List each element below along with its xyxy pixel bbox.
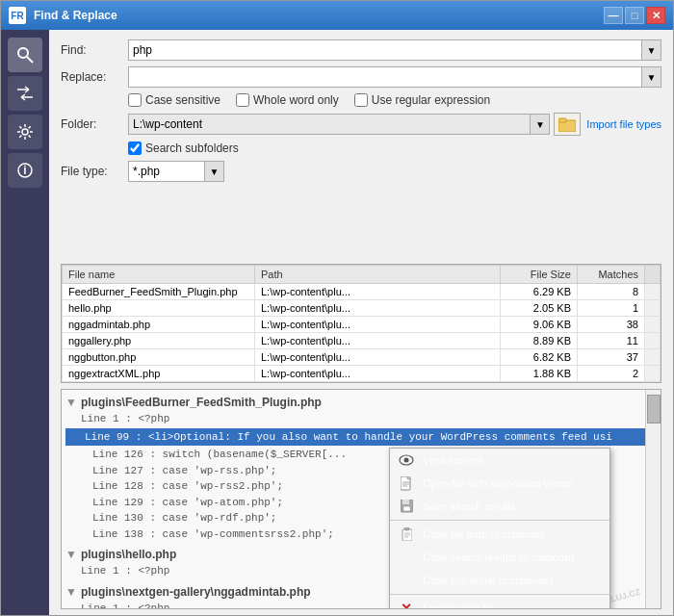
cell-path: L:\wp-content\plu... <box>255 366 501 382</box>
cell-size: 6.29 KB <box>501 284 578 300</box>
case-sensitive-item: Case sensitive <box>128 93 220 107</box>
cell-size: 2.05 KB <box>501 300 578 317</box>
table-row[interactable]: nggadmintab.php L:\wp-content\plu... 9.0… <box>63 317 661 333</box>
cell-scroll <box>645 333 661 349</box>
find-dropdown-arrow[interactable]: ▼ <box>642 39 661 61</box>
window-title: Find & Replace <box>34 9 604 22</box>
folder-row: Folder: ▼ Import file types <box>61 113 661 136</box>
cell-matches: 1 <box>578 300 645 317</box>
replace-row: Replace: ▼ <box>61 66 661 88</box>
find-label: Find: <box>61 43 128 57</box>
context-menu-item[interactable]: Save search results <box>390 495 609 518</box>
subfolders-label: Search subfolders <box>145 141 239 155</box>
context-menu-separator <box>390 594 609 595</box>
cell-matches: 38 <box>578 317 645 333</box>
table-row[interactable]: nggbutton.php L:\wp-content\plu... 6.82 … <box>63 349 661 366</box>
svg-line-1 <box>27 57 33 63</box>
context-menu-item[interactable]: Copy search results to clipboard <box>390 546 609 569</box>
window-controls: — □ ✕ <box>604 7 665 24</box>
cell-scroll <box>645 349 661 366</box>
minimize-button[interactable]: — <box>604 7 623 24</box>
replace-dropdown-arrow[interactable]: ▼ <box>642 66 661 88</box>
context-menu-label: Copy this result to clipboard <box>423 575 554 586</box>
folder-label: Folder: <box>61 117 128 131</box>
col-header-path: Path <box>255 266 501 284</box>
whole-word-label: Whole word only <box>253 93 339 107</box>
cell-name: nggextractXML.php <box>63 366 255 382</box>
filetype-row: File type: ▼ <box>61 161 661 182</box>
scrollbar-y[interactable] <box>645 390 661 608</box>
cell-scroll <box>645 317 661 333</box>
options-row: Case sensitive Whole word only Use regul… <box>61 93 661 107</box>
table-row[interactable]: nggextractXML.php L:\wp-content\plu... 1… <box>63 366 661 382</box>
cell-scroll <box>645 366 661 382</box>
cell-name: nggadmintab.php <box>63 317 255 333</box>
cell-path: L:\wp-content\plu... <box>255 349 501 366</box>
find-replace-window: FR Find & Replace — □ ✕ i <box>0 0 674 616</box>
code-line[interactable]: Line 1 : <?php <box>65 411 657 427</box>
context-menu-label: View context <box>423 454 482 466</box>
filetype-dropdown-arrow[interactable]: ▼ <box>205 161 224 182</box>
title-bar: FR Find & Replace — □ ✕ <box>1 1 673 30</box>
import-link[interactable]: Import file types <box>586 118 661 130</box>
use-regex-checkbox[interactable] <box>354 93 368 107</box>
cell-matches: 37 <box>578 349 645 366</box>
replace-dropdown: ▼ <box>128 66 661 88</box>
svg-rect-15 <box>403 506 410 511</box>
context-menu-item[interactable]: Open file with associated viewer <box>390 472 609 495</box>
close-button[interactable]: ✕ <box>646 7 665 24</box>
replace-label: Replace: <box>61 70 128 84</box>
cell-matches: 11 <box>578 333 645 349</box>
case-sensitive-checkbox[interactable] <box>128 93 142 107</box>
find-input[interactable] <box>128 39 642 61</box>
table-row[interactable]: FeedBurner_FeedSmith_Plugin.php L:\wp-co… <box>63 284 661 300</box>
whole-word-checkbox[interactable] <box>236 93 249 107</box>
folder-dropdown: ▼ <box>128 114 550 135</box>
table-row[interactable]: nggallery.php L:\wp-content\plu... 8.89 … <box>63 333 661 349</box>
sidebar-settings-button[interactable] <box>8 115 42 149</box>
cell-name: FeedBurner_FeedSmith_Plugin.php <box>63 284 255 300</box>
sidebar-info-button[interactable]: i <box>8 153 42 188</box>
cell-name: nggbutton.php <box>63 349 255 366</box>
results-tbody: FeedBurner_FeedSmith_Plugin.php L:\wp-co… <box>63 284 661 382</box>
replace-input[interactable] <box>128 66 642 88</box>
subfolder-item: Search subfolders <box>128 141 239 155</box>
subfolder-row: Search subfolders <box>61 141 661 155</box>
folder-dropdown-arrow[interactable]: ▼ <box>531 114 550 135</box>
filetype-input[interactable] <box>128 161 205 182</box>
cell-scroll <box>645 300 661 317</box>
context-menu-item[interactable]: View context <box>390 449 609 472</box>
context-menu-label: Save search results <box>423 500 516 512</box>
col-header-name: File name <box>63 266 255 284</box>
svg-rect-6 <box>558 118 566 122</box>
case-sensitive-label: Case sensitive <box>145 93 220 107</box>
context-menu-label: Copy search results to clipboard <box>423 552 574 563</box>
svg-rect-14 <box>402 500 409 504</box>
cell-path: L:\wp-content\plu... <box>255 284 501 300</box>
cell-path: L:\wp-content\plu... <box>255 300 501 317</box>
cell-path: L:\wp-content\plu... <box>255 317 501 333</box>
table-row[interactable]: hello.php L:\wp-content\plu... 2.05 KB 1 <box>63 300 661 317</box>
save-icon <box>398 499 415 514</box>
maximize-button[interactable]: □ <box>625 7 644 24</box>
cell-name: hello.php <box>63 300 255 317</box>
context-menu-item[interactable]: Copy this result to clipboard <box>390 569 609 592</box>
cell-scroll <box>645 284 661 300</box>
sidebar-search-button[interactable] <box>8 38 42 72</box>
scrollbar-thumb[interactable] <box>647 395 661 424</box>
svg-point-0 <box>18 48 28 58</box>
results-table-container: File name Path File Size Matches FeedBur… <box>61 264 661 383</box>
context-menu-label: Copy file path to clipboard <box>423 528 545 540</box>
sidebar-replace-button[interactable] <box>8 76 42 111</box>
folder-browse-button[interactable] <box>554 113 581 136</box>
clipboard-icon <box>398 526 415 542</box>
context-menu-item[interactable]: ✕Exclude this file <box>390 597 609 609</box>
context-menu-item[interactable]: Copy file path to clipboard <box>390 523 609 546</box>
context-menu-separator <box>390 520 609 521</box>
folder-input[interactable] <box>128 114 531 135</box>
subfolders-checkbox[interactable] <box>128 141 142 155</box>
scroll-header <box>645 266 661 284</box>
find-dropdown: ▼ <box>128 39 661 61</box>
code-line[interactable]: Line 99 : <li>Optional: If you also want… <box>65 428 657 447</box>
context-menu-label: Open file with associated viewer <box>423 477 574 489</box>
